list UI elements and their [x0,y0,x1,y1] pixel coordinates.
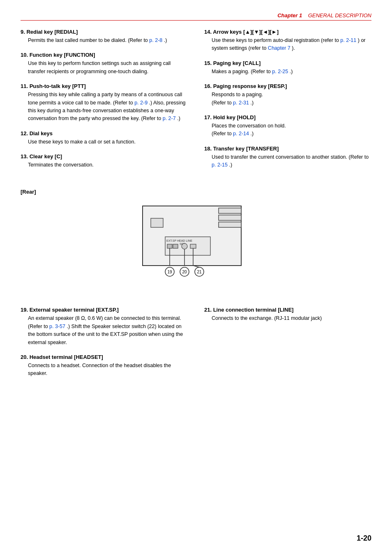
bottom-right-column: 21. Line connection terminal [LINE] Conn… [204,307,371,385]
item-17-body: Places the conversation on hold. (Refer … [204,122,371,138]
item-11-link1[interactable]: p. 2-9 [134,100,148,106]
item-17-title: 17. Hold key [HOLD] [204,114,371,120]
item-14: 14. Arrow keys [▲][▼][◄][►] Use these ke… [204,29,371,53]
item-21-title: 21. Line connection terminal [LINE] [204,307,371,313]
item-9-body: Permits the last called number to be dia… [21,37,188,44]
item-19-link1[interactable]: p. 3-57 [49,324,65,329]
item-13: 13. Clear key [C] Terminates the convers… [21,153,188,169]
item-11-body: Pressing this key while calling a party … [21,91,188,123]
item-21-body: Connects to the exchange. (RJ-11 modular… [204,314,371,322]
svg-text:EXT.SP  HEAD    LINE: EXT.SP HEAD LINE [166,239,192,242]
svg-point-10 [182,243,187,249]
item-19: 19. External speaker terminal [EXT.SP.] … [21,307,188,347]
item-14-body: Use these keys to perform auto-dial regi… [204,37,371,53]
item-18-link[interactable]: p. 2-15 [212,162,228,168]
item-11-link2[interactable]: p. 2-7 [163,116,176,121]
svg-rect-11 [190,244,196,248]
item-16-body: Responds to a paging. (Refer to p. 2-31 … [204,91,371,107]
item-17: 17. Hold key [HOLD] Places the conversat… [204,114,371,138]
svg-rect-3 [219,222,241,227]
header-title: GENERAL DESCRIPTION [308,12,371,18]
item-16: 16. Paging response key [RESP.] Responds… [204,83,371,107]
page-number: 1-20 [357,534,371,543]
item-19-body: An external speaker (8 Ω, 0.6 W) can be … [21,314,188,347]
svg-rect-2 [219,215,241,220]
item-19-title: 19. External speaker terminal [EXT.SP.] [21,307,188,313]
item-10-body: Use this key to perform function setting… [21,60,188,76]
item-21: 21. Line connection terminal [LINE] Conn… [204,307,371,322]
item-12-title: 12. Dial keys [21,130,188,136]
item-18-title: 18. Transfer key [TRANSFER] [204,146,371,152]
item-15: 15. Paging key [CALL] Makes a paging. (R… [204,60,371,76]
item-15-body: Makes a paging. (Refer to p. 2-25 .) [204,68,371,76]
item-18: 18. Transfer key [TRANSFER] Used to tran… [204,146,371,169]
svg-rect-1 [219,208,241,213]
item-17-link[interactable]: p. 2-14 [233,131,249,136]
svg-rect-8 [167,244,172,248]
item-11: 11. Push-to-talk key [PTT] Pressing this… [21,83,188,123]
svg-rect-4 [151,218,163,227]
item-12-body: Use these keys to make a call or set a f… [21,138,188,146]
item-14-link2[interactable]: Chapter 7 [268,45,291,51]
page-header: Chapter 1 GENERAL DESCRIPTION [21,12,371,21]
svg-rect-9 [173,244,178,248]
item-9-title: 9. Redial key [REDIAL] [21,29,188,35]
item-10: 10. Function key [FUNCTION] Use this key… [21,52,188,76]
item-9: 9. Redial key [REDIAL] Permits the last … [21,29,188,44]
device-diagram: EXT.SP HEAD LINE SET [118,200,274,294]
left-column: 9. Redial key [REDIAL] Permits the last … [21,29,188,176]
right-column: 14. Arrow keys [▲][▼][◄][►] Use these ke… [204,29,371,176]
item-14-title: 14. Arrow keys [▲][▼][◄][►] [204,29,371,35]
item-13-body: Terminates the conversation. [21,161,188,169]
item-10-title: 10. Function key [FUNCTION] [21,52,188,58]
item-20-body: Connects to a headset. Connection of the… [21,362,188,378]
item-16-link[interactable]: p. 2-31 [233,100,249,106]
item-12: 12. Dial keys Use these keys to make a c… [21,130,188,146]
bottom-content: 19. External speaker terminal [EXT.SP.] … [21,307,371,385]
item-18-body: Used to transfer the current conversatio… [204,153,371,169]
svg-text:19: 19 [167,270,172,274]
item-15-title: 15. Paging key [CALL] [204,60,371,66]
item-14-link1[interactable]: p. 2-11 [340,37,356,43]
rear-section: [Rear] EXT.SP HEAD LINE SET [21,189,371,385]
bottom-left-column: 19. External speaker terminal [EXT.SP.] … [21,307,188,385]
item-11-title: 11. Push-to-talk key [PTT] [21,83,188,89]
item-20: 20. Headset terminal [HEADSET] Connects … [21,354,188,378]
item-15-link[interactable]: p. 2-25 [272,69,288,74]
item-13-title: 13. Clear key [C] [21,153,188,160]
svg-text:21: 21 [197,270,202,274]
chapter-label: Chapter 1 [277,12,302,18]
rear-label: [Rear] [21,189,371,195]
item-20-title: 20. Headset terminal [HEADSET] [21,354,188,360]
svg-text:20: 20 [182,270,187,274]
diagram-container: EXT.SP HEAD LINE SET [21,200,371,294]
main-content: 9. Redial key [REDIAL] Permits the last … [21,29,371,176]
item-9-link[interactable]: p. 2-8 [149,37,162,43]
item-16-title: 16. Paging response key [RESP.] [204,83,371,89]
